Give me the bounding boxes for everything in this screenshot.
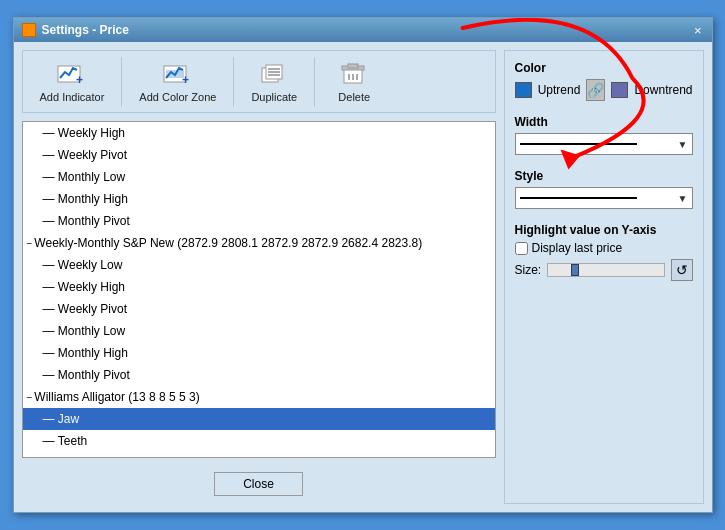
duplicate-label: Duplicate [251,91,297,103]
list-item[interactable]: — Weekly Pivot [23,298,495,320]
link-colors-button[interactable]: 🔗 [586,79,605,101]
list-item[interactable]: — Monthly Pivot [23,210,495,232]
list-item[interactable]: — Teeth [23,430,495,452]
close-button[interactable]: Close [214,472,303,496]
separator-1 [121,57,122,107]
size-row: Size: ↺ [515,259,693,281]
toolbar: + Add Indicator + Add [22,50,496,113]
svg-rect-12 [348,64,358,68]
tree-group-item[interactable]: − Weekly-Monthly S&P New (2872.9 2808.1 … [23,232,495,254]
size-slider[interactable] [547,263,664,277]
size-slider-thumb [571,264,579,276]
style-dropdown[interactable]: ▼ [515,187,693,209]
width-section-title: Width [515,115,693,129]
add-indicator-label: Add Indicator [40,91,105,103]
add-indicator-button[interactable]: + Add Indicator [27,55,118,108]
list-item[interactable]: — Weekly High [23,276,495,298]
list-item[interactable]: — Monthly Low [23,320,495,342]
delete-icon [338,60,370,88]
display-last-price-checkbox[interactable] [515,242,528,255]
width-dropdown-arrow: ▼ [678,139,688,150]
list-item[interactable]: — Jaw [23,408,495,430]
display-last-price-row: Display last price [515,241,693,255]
titlebar: Settings - Price × [14,18,712,42]
width-dropdown[interactable]: ▼ [515,133,693,155]
window-icon [22,23,36,37]
window-title: Settings - Price [42,23,129,37]
list-item[interactable]: — Weekly Low [23,254,495,276]
list-item[interactable]: — Monthly High [23,188,495,210]
downtrend-label: Downtrend [634,83,692,97]
titlebar-left: Settings - Price [22,23,129,37]
uptrend-label: Uptrend [538,83,581,97]
svg-text:+: + [182,73,189,87]
highlight-section: Highlight value on Y-axis Display last p… [515,223,693,281]
add-indicator-icon: + [56,60,88,88]
right-panel: Color Uptrend 🔗 Downtrend Width ▼ [504,50,704,504]
highlight-section-title: Highlight value on Y-axis [515,223,693,237]
width-line-preview [520,143,638,145]
style-section-title: Style [515,169,693,183]
reset-size-button[interactable]: ↺ [671,259,693,281]
main-content: + Add Indicator + Add [14,42,712,512]
close-window-button[interactable]: × [692,24,704,37]
settings-window: Settings - Price × + Add Indicator [13,17,713,513]
size-label: Size: [515,263,542,277]
style-line-preview [520,197,638,199]
tree-group-item[interactable]: − Williams Alligator (13 8 8 5 5 3) [23,386,495,408]
list-item[interactable]: — Monthly Pivot [23,364,495,386]
color-section: Color Uptrend 🔗 Downtrend [515,61,693,101]
uptrend-color-swatch[interactable] [515,82,532,98]
style-dropdown-row: ▼ [515,187,693,209]
footer-bar: Close [22,466,496,504]
list-item[interactable]: — Weekly Pivot [23,144,495,166]
list-item[interactable]: — Weekly High [23,122,495,144]
style-section: Style ▼ [515,169,693,209]
left-panel: + Add Indicator + Add [22,50,496,504]
separator-3 [314,57,315,107]
add-color-zone-label: Add Color Zone [139,91,216,103]
indicator-tree[interactable]: — Weekly High — Weekly Pivot — Monthly L… [22,121,496,458]
list-item[interactable]: — Monthly Low [23,166,495,188]
svg-text:+: + [76,73,83,87]
add-color-zone-icon: + [162,60,194,88]
separator-2 [233,57,234,107]
list-item[interactable]: — Lips [23,452,495,458]
color-row: Uptrend 🔗 Downtrend [515,79,693,101]
duplicate-button[interactable]: Duplicate [238,55,310,108]
downtrend-color-swatch[interactable] [611,82,628,98]
color-section-title: Color [515,61,693,75]
style-dropdown-arrow: ▼ [678,193,688,204]
list-item[interactable]: — Monthly High [23,342,495,364]
width-section: Width ▼ [515,115,693,155]
delete-label: Delete [338,91,370,103]
duplicate-icon [258,60,290,88]
delete-button[interactable]: Delete [319,55,389,108]
width-dropdown-row: ▼ [515,133,693,155]
add-color-zone-button[interactable]: + Add Color Zone [126,55,229,108]
display-last-price-label: Display last price [532,241,623,255]
